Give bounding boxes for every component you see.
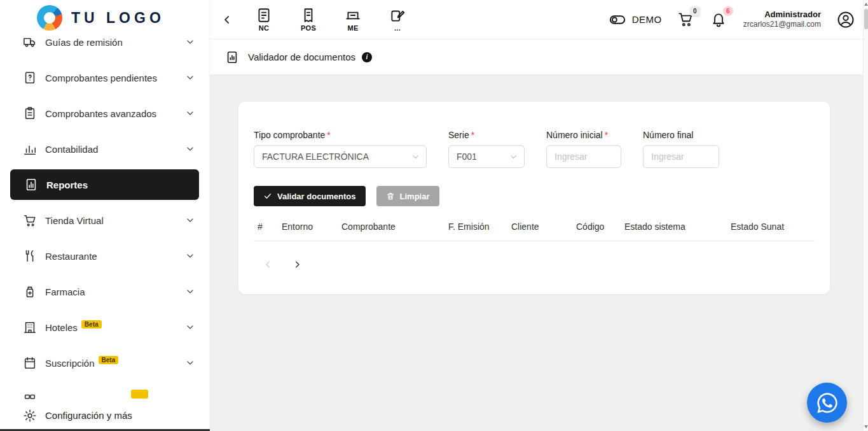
notifications-badge: 6 bbox=[723, 6, 733, 16]
hotel-building-icon bbox=[23, 320, 37, 334]
sidebar-item-label: HotelesBeta bbox=[45, 322, 177, 333]
sidebar-item-label: Tienda Virtual bbox=[45, 215, 177, 226]
credit-note-icon bbox=[256, 7, 272, 24]
content-area: Tipo comprobante* FACTURA ELECTRÓNICA Se… bbox=[210, 75, 868, 431]
field-label: Número inicial* bbox=[546, 130, 621, 140]
sidebar-item-comprobantes-avanzados[interactable]: Comprobantes avanzados bbox=[0, 95, 209, 131]
logo-text: TU LOGO bbox=[71, 10, 165, 27]
demo-toggle[interactable]: DEMO bbox=[609, 11, 662, 29]
logo: TU LOGO bbox=[0, 0, 209, 36]
clear-button[interactable]: Limpiar bbox=[376, 186, 439, 206]
column-header: Cliente bbox=[511, 222, 576, 232]
receipt-icon bbox=[300, 7, 317, 24]
page-title: Validador de documentos bbox=[248, 52, 355, 62]
sidebar-item-label: Farmacia bbox=[45, 286, 177, 297]
scrollbar-thumb[interactable] bbox=[864, 9, 868, 29]
nav-item-pos[interactable]: POS bbox=[294, 7, 323, 32]
sidebar-item-configuracion[interactable]: Configuración y más bbox=[0, 400, 209, 431]
chevron-down-icon bbox=[185, 251, 195, 261]
sidebar-item-label: Comprobantes avanzados bbox=[45, 108, 177, 119]
cart-icon bbox=[23, 213, 37, 227]
sidebar-item-label: Restaurante bbox=[45, 251, 177, 262]
calendar-icon bbox=[23, 356, 37, 370]
previous-page-button[interactable] bbox=[259, 255, 277, 273]
field-label: Tipo comprobante* bbox=[254, 130, 427, 140]
sidebar-item-label: Reportes bbox=[46, 180, 190, 190]
tipo-comprobante-select[interactable]: FACTURA ELECTRÓNICA bbox=[254, 145, 427, 168]
restaurant-icon bbox=[23, 249, 37, 263]
notifications-button[interactable]: 6 bbox=[710, 11, 728, 29]
beta-badge: Beta bbox=[99, 356, 119, 364]
avatar-icon[interactable] bbox=[836, 10, 855, 29]
chevron-down-icon bbox=[185, 108, 195, 118]
bar-chart-icon bbox=[23, 142, 37, 156]
vertical-scrollbar[interactable] bbox=[863, 0, 868, 431]
selected-value: FACTURA ELECTRÓNICA bbox=[262, 152, 369, 162]
required-asterisk: * bbox=[327, 130, 330, 140]
nav-item-label: NC bbox=[259, 24, 270, 32]
validate-documents-button[interactable]: Validar documentos bbox=[254, 186, 366, 206]
sidebar-item-suscripcion[interactable]: SuscripciónBeta bbox=[0, 345, 209, 381]
field-label: Número final bbox=[643, 130, 719, 140]
filter-form: Tipo comprobante* FACTURA ELECTRÓNICA Se… bbox=[254, 130, 815, 168]
app-window: TU LOGO Guías de remisión Comprobantes p… bbox=[0, 0, 868, 431]
collapse-sidebar-button[interactable] bbox=[216, 9, 238, 31]
truck-icon bbox=[23, 35, 37, 49]
demo-label: DEMO bbox=[632, 14, 662, 25]
user-email: zrcarlos21@gmail.com bbox=[743, 20, 821, 29]
edit-icon bbox=[389, 7, 406, 24]
field-tipo-comprobante: Tipo comprobante* FACTURA ELECTRÓNICA bbox=[254, 130, 427, 168]
sidebar-item-farmacia[interactable]: Farmacia bbox=[0, 274, 209, 309]
report-icon bbox=[24, 178, 38, 192]
chevron-down-icon bbox=[185, 144, 195, 154]
cart-button[interactable]: 0 bbox=[677, 11, 695, 29]
sidebar-item-label: Configuración y más bbox=[45, 410, 132, 421]
required-asterisk: * bbox=[471, 130, 474, 140]
column-header: Comprobante bbox=[341, 222, 448, 232]
field-label: Serie* bbox=[448, 130, 525, 140]
logo-icon bbox=[37, 5, 62, 31]
medicine-bottle-icon bbox=[23, 285, 37, 299]
sidebar-item-reportes[interactable]: Reportes bbox=[10, 169, 199, 200]
sidebar-item-label: Comprobantes pendientes bbox=[45, 73, 177, 83]
numero-inicial-input[interactable] bbox=[546, 145, 621, 168]
sidebar-menu: Guías de remisión Comprobantes pendiente… bbox=[0, 24, 209, 416]
cart-badge: 0 bbox=[690, 6, 700, 16]
column-header: Estado sistema bbox=[624, 222, 731, 232]
numero-final-input[interactable] bbox=[643, 145, 719, 168]
beta-badge-partial bbox=[131, 390, 148, 399]
user-name: Administrador bbox=[743, 10, 821, 20]
gear-icon bbox=[23, 409, 37, 423]
chevron-down-icon bbox=[185, 215, 195, 225]
trash-icon bbox=[386, 192, 395, 201]
nav-item-nc[interactable]: NC bbox=[249, 7, 279, 32]
sidebar-item-tienda-virtual[interactable]: Tienda Virtual bbox=[0, 202, 209, 238]
sidebar-item-contabilidad[interactable]: Contabilidad bbox=[0, 131, 209, 167]
user-menu[interactable]: Administrador zrcarlos21@gmail.com bbox=[743, 10, 821, 29]
beta-badge: Beta bbox=[81, 320, 102, 329]
column-header: Código bbox=[576, 222, 624, 232]
next-page-button[interactable] bbox=[288, 255, 306, 273]
info-icon[interactable]: i bbox=[362, 52, 372, 62]
nav-item-me[interactable]: ME bbox=[338, 7, 368, 32]
clipboard-icon bbox=[23, 106, 37, 120]
nav-item-label: POS bbox=[301, 24, 316, 32]
chevron-down-icon bbox=[411, 152, 420, 162]
column-header: # bbox=[258, 222, 282, 232]
sidebar-item-comprobantes-pendientes[interactable]: Comprobantes pendientes bbox=[0, 60, 209, 95]
scroll-down-arrow[interactable] bbox=[864, 425, 868, 428]
results-table-header: # Entorno Comprobante F. Emisión Cliente… bbox=[254, 206, 815, 241]
scroll-up-arrow[interactable] bbox=[864, 3, 868, 6]
chevron-down-icon bbox=[509, 152, 518, 162]
sidebar-item-restaurante[interactable]: Restaurante bbox=[0, 238, 209, 274]
serie-select[interactable]: F001 bbox=[448, 145, 525, 168]
whatsapp-button[interactable] bbox=[807, 383, 847, 423]
sidebar-item-label: Contabilidad bbox=[45, 144, 177, 155]
page-header: Validador de documentos i bbox=[210, 39, 868, 75]
sidebar-item-hoteles[interactable]: HotelesBeta bbox=[0, 309, 209, 345]
field-numero-inicial: Número inicial* bbox=[546, 130, 621, 168]
chevron-down-icon bbox=[185, 73, 195, 83]
nav-item-more[interactable]: ... bbox=[383, 7, 412, 32]
column-header: F. Emisión bbox=[448, 222, 511, 232]
chevron-down-icon bbox=[185, 322, 195, 332]
